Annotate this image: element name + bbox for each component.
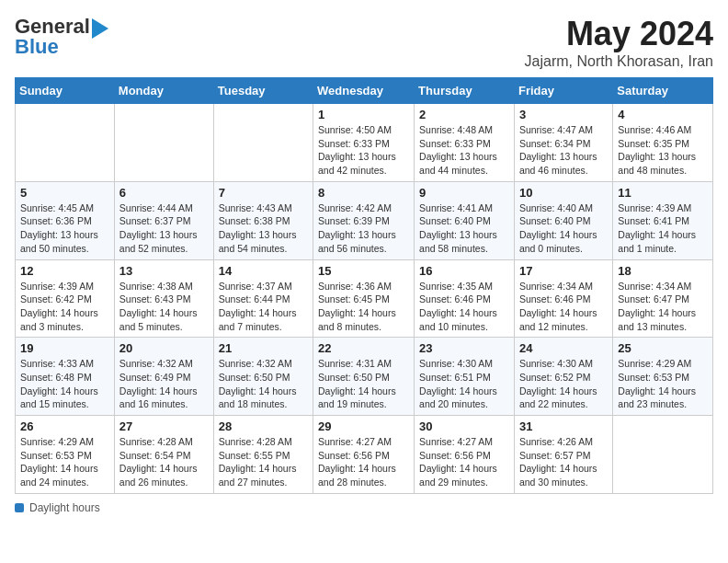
day-info: Sunrise: 4:48 AM Sunset: 6:33 PM Dayligh… bbox=[419, 123, 509, 178]
day-info: Sunrise: 4:35 AM Sunset: 6:46 PM Dayligh… bbox=[419, 280, 509, 334]
day-number: 10 bbox=[519, 186, 608, 200]
day-number: 9 bbox=[419, 186, 509, 200]
day-number: 13 bbox=[119, 264, 209, 278]
day-info: Sunrise: 4:46 AM Sunset: 6:35 PM Dayligh… bbox=[618, 123, 708, 178]
day-number: 23 bbox=[419, 341, 509, 355]
day-info: Sunrise: 4:30 AM Sunset: 6:52 PM Dayligh… bbox=[519, 357, 608, 411]
day-info: Sunrise: 4:38 AM Sunset: 6:43 PM Dayligh… bbox=[119, 280, 209, 334]
day-number: 29 bbox=[318, 419, 409, 433]
day-info: Sunrise: 4:40 AM Sunset: 6:40 PM Dayligh… bbox=[519, 201, 608, 256]
day-number: 24 bbox=[519, 341, 608, 355]
calendar-cell: 11Sunrise: 4:39 AM Sunset: 6:41 PM Dayli… bbox=[613, 181, 713, 259]
day-info: Sunrise: 4:45 AM Sunset: 6:36 PM Dayligh… bbox=[20, 201, 109, 256]
day-of-week-header: Monday bbox=[114, 78, 213, 104]
calendar-cell: 6Sunrise: 4:44 AM Sunset: 6:37 PM Daylig… bbox=[114, 181, 213, 259]
calendar-week-row: 26Sunrise: 4:29 AM Sunset: 6:53 PM Dayli… bbox=[16, 416, 713, 494]
page-title: May 2024 bbox=[525, 15, 713, 53]
header-row: SundayMondayTuesdayWednesdayThursdayFrid… bbox=[16, 78, 713, 104]
calendar-week-row: 12Sunrise: 4:39 AM Sunset: 6:42 PM Dayli… bbox=[16, 259, 713, 338]
calendar-cell: 17Sunrise: 4:34 AM Sunset: 6:46 PM Dayli… bbox=[514, 259, 612, 338]
calendar-cell bbox=[114, 104, 213, 182]
calendar-cell: 29Sunrise: 4:27 AM Sunset: 6:56 PM Dayli… bbox=[313, 416, 415, 494]
day-number: 3 bbox=[519, 108, 608, 121]
day-number: 30 bbox=[419, 419, 509, 433]
title-area: May 2024 Jajarm, North Khorasan, Iran bbox=[525, 15, 713, 70]
day-info: Sunrise: 4:44 AM Sunset: 6:37 PM Dayligh… bbox=[119, 201, 209, 256]
day-number: 20 bbox=[119, 341, 209, 355]
day-number: 14 bbox=[219, 264, 308, 278]
day-number: 5 bbox=[20, 186, 109, 200]
calendar-cell: 10Sunrise: 4:40 AM Sunset: 6:40 PM Dayli… bbox=[514, 181, 612, 259]
calendar-cell: 21Sunrise: 4:32 AM Sunset: 6:50 PM Dayli… bbox=[213, 338, 313, 416]
calendar-cell: 27Sunrise: 4:28 AM Sunset: 6:54 PM Dayli… bbox=[114, 416, 213, 494]
calendar-cell: 1Sunrise: 4:50 AM Sunset: 6:33 PM Daylig… bbox=[313, 104, 415, 182]
calendar-cell: 24Sunrise: 4:30 AM Sunset: 6:52 PM Dayli… bbox=[514, 338, 612, 416]
day-of-week-header: Tuesday bbox=[213, 78, 313, 104]
calendar-cell: 12Sunrise: 4:39 AM Sunset: 6:42 PM Dayli… bbox=[16, 259, 115, 338]
calendar-cell: 13Sunrise: 4:38 AM Sunset: 6:43 PM Dayli… bbox=[114, 259, 213, 338]
calendar-cell: 20Sunrise: 4:32 AM Sunset: 6:49 PM Dayli… bbox=[114, 338, 213, 416]
daylight-legend-dot bbox=[15, 503, 24, 512]
day-info: Sunrise: 4:31 AM Sunset: 6:50 PM Dayligh… bbox=[318, 357, 409, 411]
calendar-cell: 14Sunrise: 4:37 AM Sunset: 6:44 PM Dayli… bbox=[213, 259, 313, 338]
calendar-cell: 22Sunrise: 4:31 AM Sunset: 6:50 PM Dayli… bbox=[313, 338, 415, 416]
day-number: 11 bbox=[618, 186, 708, 200]
day-number: 22 bbox=[318, 341, 409, 355]
day-info: Sunrise: 4:27 AM Sunset: 6:56 PM Dayligh… bbox=[318, 435, 409, 489]
day-number: 17 bbox=[519, 264, 608, 278]
calendar-cell: 25Sunrise: 4:29 AM Sunset: 6:53 PM Dayli… bbox=[613, 338, 713, 416]
calendar-cell: 26Sunrise: 4:29 AM Sunset: 6:53 PM Dayli… bbox=[16, 416, 115, 494]
day-info: Sunrise: 4:37 AM Sunset: 6:44 PM Dayligh… bbox=[219, 280, 308, 334]
logo-blue-text: Blue bbox=[15, 35, 59, 59]
calendar-table: SundayMondayTuesdayWednesdayThursdayFrid… bbox=[15, 77, 713, 494]
page-header: General Blue May 2024 Jajarm, North Khor… bbox=[15, 15, 713, 70]
day-info: Sunrise: 4:33 AM Sunset: 6:48 PM Dayligh… bbox=[20, 357, 109, 411]
calendar-cell: 3Sunrise: 4:47 AM Sunset: 6:34 PM Daylig… bbox=[514, 104, 612, 182]
calendar-cell: 23Sunrise: 4:30 AM Sunset: 6:51 PM Dayli… bbox=[415, 338, 515, 416]
calendar-cell: 8Sunrise: 4:42 AM Sunset: 6:39 PM Daylig… bbox=[313, 181, 415, 259]
day-of-week-header: Friday bbox=[514, 78, 612, 104]
day-info: Sunrise: 4:41 AM Sunset: 6:40 PM Dayligh… bbox=[419, 201, 509, 256]
calendar-cell: 4Sunrise: 4:46 AM Sunset: 6:35 PM Daylig… bbox=[613, 104, 713, 182]
calendar-cell: 28Sunrise: 4:28 AM Sunset: 6:55 PM Dayli… bbox=[213, 416, 313, 494]
day-info: Sunrise: 4:27 AM Sunset: 6:56 PM Dayligh… bbox=[419, 435, 509, 489]
calendar-cell: 16Sunrise: 4:35 AM Sunset: 6:46 PM Dayli… bbox=[415, 259, 515, 338]
day-of-week-header: Wednesday bbox=[313, 78, 415, 104]
calendar-cell: 30Sunrise: 4:27 AM Sunset: 6:56 PM Dayli… bbox=[415, 416, 515, 494]
calendar-week-row: 5Sunrise: 4:45 AM Sunset: 6:36 PM Daylig… bbox=[16, 181, 713, 259]
calendar-body: 1Sunrise: 4:50 AM Sunset: 6:33 PM Daylig… bbox=[16, 104, 713, 494]
logo: General Blue bbox=[15, 15, 108, 59]
day-info: Sunrise: 4:32 AM Sunset: 6:50 PM Dayligh… bbox=[219, 357, 308, 411]
day-info: Sunrise: 4:50 AM Sunset: 6:33 PM Dayligh… bbox=[318, 123, 409, 178]
day-number: 16 bbox=[419, 264, 509, 278]
day-number: 6 bbox=[119, 186, 209, 200]
day-info: Sunrise: 4:42 AM Sunset: 6:39 PM Dayligh… bbox=[318, 201, 409, 256]
day-info: Sunrise: 4:30 AM Sunset: 6:51 PM Dayligh… bbox=[419, 357, 509, 411]
day-info: Sunrise: 4:26 AM Sunset: 6:57 PM Dayligh… bbox=[519, 435, 608, 489]
calendar-cell: 9Sunrise: 4:41 AM Sunset: 6:40 PM Daylig… bbox=[415, 181, 515, 259]
calendar-cell bbox=[16, 104, 115, 182]
day-of-week-header: Saturday bbox=[613, 78, 713, 104]
day-number: 7 bbox=[219, 186, 308, 200]
day-info: Sunrise: 4:32 AM Sunset: 6:49 PM Dayligh… bbox=[119, 357, 209, 411]
calendar-cell bbox=[613, 416, 713, 494]
day-number: 15 bbox=[318, 264, 409, 278]
calendar-cell: 18Sunrise: 4:34 AM Sunset: 6:47 PM Dayli… bbox=[613, 259, 713, 338]
calendar-footer: Daylight hours bbox=[15, 501, 713, 514]
calendar-cell: 15Sunrise: 4:36 AM Sunset: 6:45 PM Dayli… bbox=[313, 259, 415, 338]
day-info: Sunrise: 4:29 AM Sunset: 6:53 PM Dayligh… bbox=[618, 357, 708, 411]
day-number: 27 bbox=[119, 419, 209, 433]
day-number: 12 bbox=[20, 264, 109, 278]
calendar-cell: 19Sunrise: 4:33 AM Sunset: 6:48 PM Dayli… bbox=[16, 338, 115, 416]
calendar-cell bbox=[213, 104, 313, 182]
day-of-week-header: Sunday bbox=[16, 78, 115, 104]
calendar-cell: 5Sunrise: 4:45 AM Sunset: 6:36 PM Daylig… bbox=[16, 181, 115, 259]
day-info: Sunrise: 4:29 AM Sunset: 6:53 PM Dayligh… bbox=[20, 435, 109, 489]
day-info: Sunrise: 4:34 AM Sunset: 6:47 PM Dayligh… bbox=[618, 280, 708, 334]
day-info: Sunrise: 4:28 AM Sunset: 6:54 PM Dayligh… bbox=[119, 435, 209, 489]
day-number: 28 bbox=[219, 419, 308, 433]
day-number: 26 bbox=[20, 419, 109, 433]
day-number: 1 bbox=[318, 108, 409, 121]
day-info: Sunrise: 4:39 AM Sunset: 6:42 PM Dayligh… bbox=[20, 280, 109, 334]
logo-arrow-icon bbox=[92, 18, 108, 39]
